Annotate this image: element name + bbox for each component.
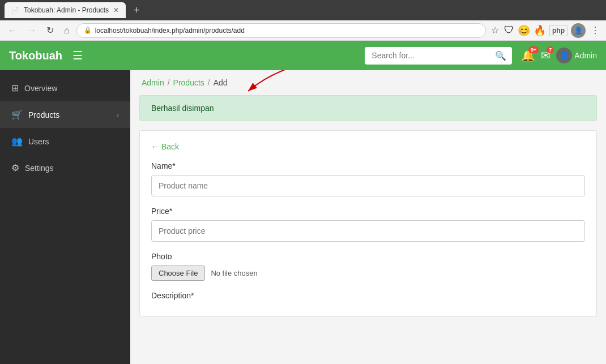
products-arrow-icon: ›: [117, 111, 119, 119]
settings-icon: ⚙: [11, 162, 19, 173]
name-field-group: Name*: [151, 161, 585, 196]
search-bar: 🔍: [365, 47, 512, 65]
products-icon: 🛒: [11, 109, 23, 120]
success-alert: Berhasil disimpan: [139, 95, 597, 121]
admin-label: Admin: [574, 51, 597, 60]
sidebar-item-overview[interactable]: ⊞ Overview: [0, 75, 130, 101]
back-button[interactable]: ←: [5, 23, 20, 38]
sidebar-item-products[interactable]: 🛒 Products ›: [0, 101, 130, 128]
sidebar-overview-label: Overview: [24, 84, 119, 93]
overview-icon: ⊞: [11, 83, 19, 93]
user-avatar[interactable]: 👤: [571, 23, 586, 38]
price-input[interactable]: [151, 220, 585, 242]
browser-nav-bar: ← → ↻ ⌂ 🔒 localhost/tokobuah/index.php/a…: [0, 20, 606, 41]
choose-file-button[interactable]: Choose File: [151, 265, 205, 281]
sidebar-item-users[interactable]: 👥 Users: [0, 128, 130, 155]
bookmark-button[interactable]: ☆: [489, 23, 501, 37]
sidebar-item-settings[interactable]: ⚙ Settings: [0, 155, 130, 181]
file-input-wrapper: Choose File No file chosen: [151, 265, 585, 281]
app-wrapper: Tokobuah ☰ 🔍 🔔 9+ ✉ 7 👤 Admin ⊞: [0, 41, 606, 364]
notification-button[interactable]: 🔔 9+: [521, 49, 535, 62]
breadcrumb-products-link[interactable]: Products: [173, 78, 204, 87]
name-label: Name*: [151, 161, 585, 170]
brand-name: Tokobuah: [9, 49, 62, 62]
nav-icons: 🔔 9+ ✉ 7 👤 Admin: [521, 48, 597, 63]
tab-icon: 📄: [11, 7, 19, 14]
users-icon: 👥: [11, 136, 23, 147]
breadcrumb-sep2: /: [208, 78, 210, 87]
breadcrumb-current: Add: [214, 78, 228, 87]
search-input[interactable]: [365, 48, 489, 63]
name-input[interactable]: [151, 175, 585, 196]
forward-button[interactable]: →: [24, 23, 40, 38]
top-navbar: Tokobuah ☰ 🔍 🔔 9+ ✉ 7 👤 Admin: [0, 41, 606, 70]
new-tab-button[interactable]: +: [130, 5, 143, 16]
annotation-arrow: [242, 70, 299, 94]
hamburger-button[interactable]: ☰: [69, 46, 86, 65]
mail-badge: 7: [547, 46, 554, 53]
mail-button[interactable]: ✉ 7: [541, 49, 550, 62]
php-icon: php: [549, 25, 567, 36]
breadcrumb-admin-link[interactable]: Admin: [142, 78, 164, 87]
content-area: ⊞ Overview 🛒 Products › 👥 Users ⚙ Settin…: [0, 70, 606, 364]
no-file-text: No file chosen: [211, 269, 257, 277]
search-button[interactable]: 🔍: [489, 47, 512, 65]
home-button[interactable]: ⌂: [61, 23, 73, 38]
tab-title: Tokobuah: Admin - Products: [24, 6, 109, 14]
reload-button[interactable]: ↻: [43, 23, 57, 38]
emoji-icon: 😊: [518, 24, 530, 37]
description-label: Description*: [151, 291, 585, 300]
form-card: ← Back Name* Price* Photo Choose File No…: [139, 130, 597, 316]
main-content: Admin / Products / Add: [130, 70, 606, 364]
sidebar-users-label: Users: [28, 137, 119, 146]
tab-close-button[interactable]: ✕: [113, 6, 119, 14]
photo-label: Photo: [151, 252, 585, 261]
browser-tab[interactable]: 📄 Tokobuah: Admin - Products ✕: [5, 2, 126, 18]
sidebar-settings-label: Settings: [25, 164, 119, 173]
address-bar[interactable]: 🔒 localhost/tokobuah/index.php/admin/pro…: [76, 23, 486, 38]
url-text: localhost/tokobuah/index.php/admin/produ…: [95, 27, 479, 35]
back-button[interactable]: ← Back: [151, 142, 179, 151]
success-message: Berhasil disimpan: [151, 104, 214, 113]
breadcrumb: Admin / Products / Add: [130, 70, 606, 95]
price-field-group: Price*: [151, 207, 585, 242]
photo-field-group: Photo Choose File No file chosen: [151, 252, 585, 281]
sidebar-products-label: Products: [28, 110, 111, 119]
browser-chrome: 📄 Tokobuah: Admin - Products ✕ +: [0, 0, 606, 20]
sidebar: ⊞ Overview 🛒 Products › 👥 Users ⚙ Settin…: [0, 70, 130, 364]
nav-extras: ☆ 🛡 😊 🔥 php 👤 ⋮: [489, 23, 601, 38]
price-label: Price*: [151, 207, 585, 216]
breadcrumb-sep1: /: [168, 78, 170, 87]
notification-badge: 9+: [528, 46, 539, 53]
fire-icon: 🔥: [534, 24, 546, 37]
admin-menu-button[interactable]: 👤 Admin: [556, 48, 597, 63]
shield-icon: 🛡: [504, 24, 514, 36]
description-field-group: Description*: [151, 291, 585, 300]
admin-avatar-icon: 👤: [556, 48, 572, 63]
lock-icon: 🔒: [84, 27, 92, 34]
browser-menu-button[interactable]: ⋮: [589, 23, 601, 37]
